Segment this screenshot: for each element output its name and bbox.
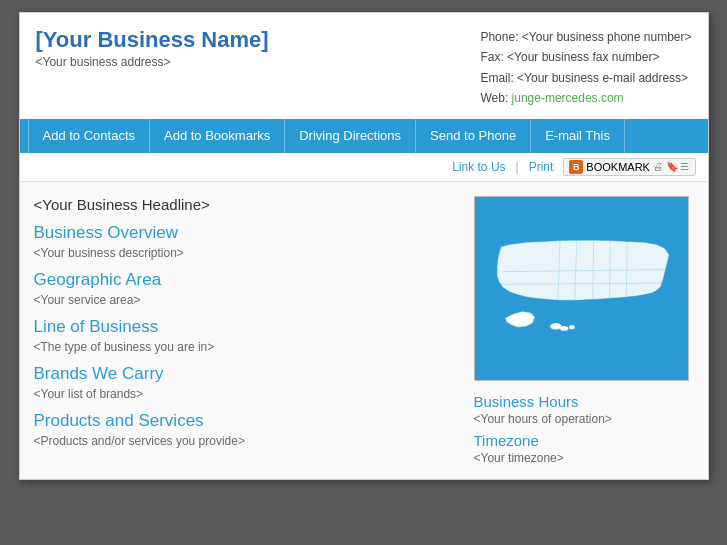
right-section-title-0: Business Hours [474,393,694,410]
web-url-link[interactable]: junge-mercedes.com [512,91,624,105]
nav-send-to-phone[interactable]: Send to Phone [416,119,531,153]
business-address: <Your business address> [36,55,269,69]
main-content: <Your Business Headline> Business Overvi… [20,182,708,479]
left-column: <Your Business Headline> Business Overvi… [34,196,474,465]
header: [Your Business Name] <Your business addr… [20,13,708,119]
fax-label: Fax: <Your business fax number> [480,47,691,67]
bookmark-icon: B [569,160,583,174]
bookmark-label: BOOKMARK [586,161,650,173]
nav-add-to-contacts[interactable]: Add to Contacts [28,119,151,153]
section-title-2: Line of Business [34,317,454,337]
section-desc-0: <Your business description> [34,246,454,260]
web-label: Web: junge-mercedes.com [480,88,691,108]
print-link[interactable]: Print [529,160,554,174]
svg-point-12 [569,325,575,329]
svg-point-11 [560,325,568,330]
section-desc-2: <The type of business you are in> [34,340,454,354]
header-left: [Your Business Name] <Your business addr… [36,27,269,109]
business-headline: <Your Business Headline> [34,196,454,213]
header-right: Phone: <Your business phone number> Fax:… [480,27,691,109]
svg-marker-1 [497,240,669,300]
right-section-title-1: Timezone [474,432,694,449]
section-title-0: Business Overview [34,223,454,243]
section-title-4: Products and Services [34,411,454,431]
section-desc-1: <Your service area> [34,293,454,307]
right-section-desc-0: <Your hours of operation> [474,412,694,426]
email-label: Email: <Your business e-mail address> [480,68,691,88]
toolbar-separator: | [516,160,519,174]
navbar: Add to Contacts Add to Bookmarks Driving… [20,119,708,153]
business-name: [Your Business Name] [36,27,269,53]
bookmark-button[interactable]: B BOOKMARK 🖨 🔖 ☰ [563,158,695,176]
section-title-1: Geographic Area [34,270,454,290]
nav-email-this[interactable]: E-mail This [531,119,625,153]
nav-add-to-bookmarks[interactable]: Add to Bookmarks [150,119,285,153]
link-to-us-link[interactable]: Link to Us [452,160,505,174]
map-container [474,196,689,381]
section-title-3: Brands We Carry [34,364,454,384]
nav-driving-directions[interactable]: Driving Directions [285,119,416,153]
bookmark-icons-extra: 🖨 🔖 ☰ [653,161,690,172]
page-wrapper: [Your Business Name] <Your business addr… [19,12,709,480]
section-desc-3: <Your list of brands> [34,387,454,401]
toolbar: Link to Us | Print B BOOKMARK 🖨 🔖 ☰ [20,153,708,182]
phone-label: Phone: <Your business phone number> [480,27,691,47]
right-column: Business Hours <Your hours of operation>… [474,196,694,465]
right-section-desc-1: <Your timezone> [474,451,694,465]
usa-map [476,201,686,376]
section-desc-4: <Products and/or services you provide> [34,434,454,448]
